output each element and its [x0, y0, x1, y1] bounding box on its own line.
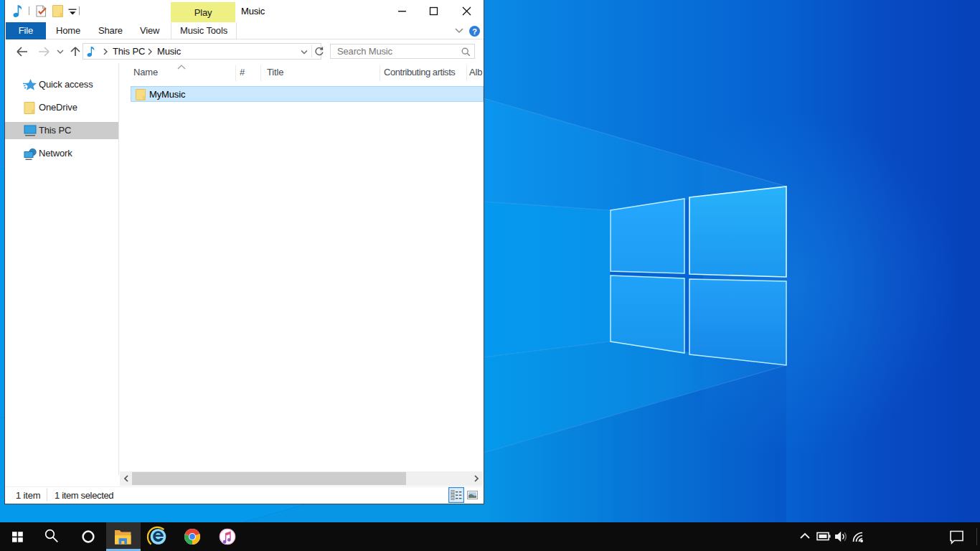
- svg-text:?: ?: [472, 27, 477, 36]
